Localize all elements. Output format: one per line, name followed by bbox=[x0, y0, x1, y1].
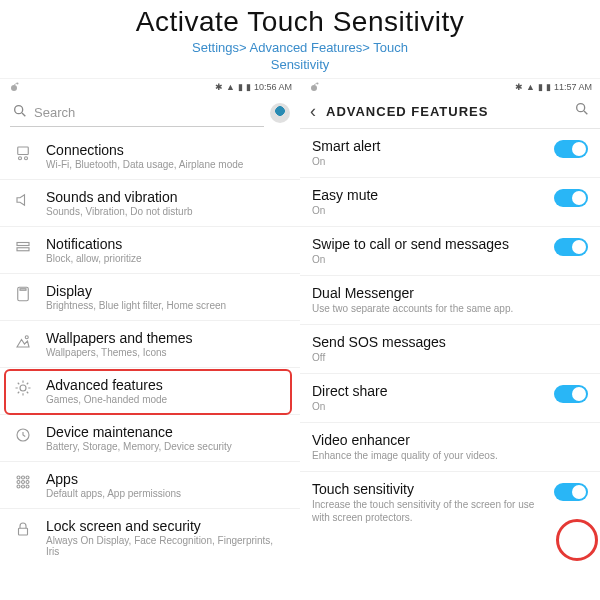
af-item[interactable]: Dual MessengerUse two separate accounts … bbox=[300, 276, 600, 325]
settings-item-wallpaper[interactable]: Wallpapers and themesWallpapers, Themes,… bbox=[0, 321, 300, 368]
item-subtitle: Use two separate accounts for the same a… bbox=[312, 302, 588, 315]
svg-point-24 bbox=[311, 85, 317, 91]
search-input[interactable]: Search bbox=[10, 99, 264, 127]
svg-point-2 bbox=[15, 105, 23, 113]
item-subtitle: Block, allow, prioritize bbox=[46, 253, 288, 264]
clock-text: 11:57 AM bbox=[554, 82, 592, 92]
status-bar: ✱ ▲ ▮ ▮ 11:57 AM bbox=[300, 79, 600, 95]
toggle-switch[interactable] bbox=[554, 189, 588, 207]
item-title: Send SOS messages bbox=[312, 334, 588, 350]
af-item[interactable]: Send SOS messagesOff bbox=[300, 325, 600, 374]
highlight-box bbox=[4, 369, 292, 415]
af-item[interactable]: Swipe to call or send messagesOn bbox=[300, 227, 600, 276]
svg-point-5 bbox=[19, 157, 22, 160]
item-title: Display bbox=[46, 283, 288, 299]
item-title: Touch sensitivity bbox=[312, 481, 544, 497]
svg-point-22 bbox=[26, 485, 29, 488]
settings-item-sound[interactable]: Sounds and vibrationSounds, Vibration, D… bbox=[0, 180, 300, 227]
status-bar: ✱ ▲ ▮ ▮ 10:56 AM bbox=[0, 79, 300, 95]
display-icon bbox=[12, 283, 34, 303]
svg-line-27 bbox=[584, 111, 587, 114]
item-title: Notifications bbox=[46, 236, 288, 252]
af-item[interactable]: Touch sensitivityIncrease the touch sens… bbox=[300, 472, 600, 533]
item-title: Swipe to call or send messages bbox=[312, 236, 544, 252]
battery-icon: ▮ bbox=[546, 82, 551, 92]
svg-point-6 bbox=[25, 157, 28, 160]
item-subtitle: Wi-Fi, Bluetooth, Data usage, Airplane m… bbox=[46, 159, 288, 170]
svg-point-16 bbox=[26, 476, 29, 479]
item-subtitle: On bbox=[312, 155, 544, 168]
breadcrumb: Settings> Advanced Features> Touch Sensi… bbox=[0, 40, 600, 74]
phones-container: ✱ ▲ ▮ ▮ 10:56 AM Search ConnectionsWi-Fi… bbox=[0, 78, 600, 598]
af-item[interactable]: Direct shareOn bbox=[300, 374, 600, 423]
item-subtitle: Always On Display, Face Recognition, Fin… bbox=[46, 535, 288, 557]
settings-item-display[interactable]: DisplayBrightness, Blue light filter, Ho… bbox=[0, 274, 300, 321]
search-row: Search bbox=[0, 95, 300, 133]
svg-line-3 bbox=[22, 113, 25, 116]
af-item[interactable]: Smart alertOn bbox=[300, 129, 600, 178]
svg-point-21 bbox=[22, 485, 25, 488]
item-title: Wallpapers and themes bbox=[46, 330, 288, 346]
tutorial-title: Activate Touch Sensitivity bbox=[0, 6, 600, 38]
item-subtitle: On bbox=[312, 400, 544, 413]
svg-point-0 bbox=[11, 85, 17, 91]
af-item[interactable]: Video enhancerEnhance the image quality … bbox=[300, 423, 600, 472]
svg-point-18 bbox=[22, 480, 25, 483]
item-title: Dual Messenger bbox=[312, 285, 588, 301]
item-subtitle: Sounds, Vibration, Do not disturb bbox=[46, 206, 288, 217]
svg-rect-23 bbox=[19, 528, 28, 535]
signal-icon: ▮ bbox=[238, 82, 243, 92]
clock-text: 10:56 AM bbox=[254, 82, 292, 92]
toggle-switch[interactable] bbox=[554, 385, 588, 403]
wallpaper-icon bbox=[12, 330, 34, 350]
item-title: Apps bbox=[46, 471, 288, 487]
notifications-icon bbox=[12, 236, 34, 256]
wifi-icon: ▲ bbox=[526, 82, 535, 92]
item-subtitle: On bbox=[312, 253, 544, 266]
settings-item-connections[interactable]: ConnectionsWi-Fi, Bluetooth, Data usage,… bbox=[0, 133, 300, 180]
svg-point-11 bbox=[25, 336, 28, 339]
item-subtitle: Default apps, App permissions bbox=[46, 488, 288, 499]
item-title: Smart alert bbox=[312, 138, 544, 154]
svg-point-17 bbox=[17, 480, 20, 483]
search-icon[interactable] bbox=[574, 101, 590, 121]
svg-rect-10 bbox=[20, 289, 26, 291]
settings-item-lock[interactable]: Lock screen and securityAlways On Displa… bbox=[0, 509, 300, 566]
bluetooth-icon: ✱ bbox=[215, 82, 223, 92]
svg-point-20 bbox=[17, 485, 20, 488]
sound-icon bbox=[12, 189, 34, 209]
signal-icon: ▮ bbox=[538, 82, 543, 92]
advanced-header: ‹ ADVANCED FEATURES bbox=[300, 95, 600, 128]
svg-point-15 bbox=[22, 476, 25, 479]
toggle-switch[interactable] bbox=[554, 140, 588, 158]
toggle-switch[interactable] bbox=[554, 238, 588, 256]
advanced-features-list: Smart alertOnEasy muteOnSwipe to call or… bbox=[300, 129, 600, 533]
svg-point-19 bbox=[26, 480, 29, 483]
apps-icon bbox=[12, 471, 34, 491]
reddit-icon bbox=[308, 81, 320, 93]
search-icon bbox=[12, 103, 28, 122]
item-subtitle: Off bbox=[312, 351, 588, 364]
settings-item-apps[interactable]: AppsDefault apps, App permissions bbox=[0, 462, 300, 509]
item-subtitle: On bbox=[312, 204, 544, 217]
item-title: Device maintenance bbox=[46, 424, 288, 440]
settings-item-maintenance[interactable]: Device maintenanceBattery, Storage, Memo… bbox=[0, 415, 300, 462]
phone-right-advanced: ✱ ▲ ▮ ▮ 11:57 AM ‹ ADVANCED FEATURES Sma… bbox=[300, 78, 600, 598]
lock-icon bbox=[12, 518, 34, 538]
af-item[interactable]: Easy muteOn bbox=[300, 178, 600, 227]
highlight-circle bbox=[556, 519, 598, 561]
item-subtitle: Battery, Storage, Memory, Device securit… bbox=[46, 441, 288, 452]
item-subtitle: Enhance the image quality of your videos… bbox=[312, 449, 588, 462]
item-subtitle: Wallpapers, Themes, Icons bbox=[46, 347, 288, 358]
back-icon[interactable]: ‹ bbox=[310, 101, 316, 122]
svg-rect-7 bbox=[17, 242, 29, 245]
settings-item-notifications[interactable]: NotificationsBlock, allow, prioritize bbox=[0, 227, 300, 274]
avatar[interactable] bbox=[270, 103, 290, 123]
settings-list: ConnectionsWi-Fi, Bluetooth, Data usage,… bbox=[0, 133, 300, 566]
item-title: Video enhancer bbox=[312, 432, 588, 448]
toggle-switch[interactable] bbox=[554, 483, 588, 501]
item-title: Sounds and vibration bbox=[46, 189, 288, 205]
bluetooth-icon: ✱ bbox=[515, 82, 523, 92]
svg-point-14 bbox=[17, 476, 20, 479]
phone-left-settings: ✱ ▲ ▮ ▮ 10:56 AM Search ConnectionsWi-Fi… bbox=[0, 78, 300, 598]
